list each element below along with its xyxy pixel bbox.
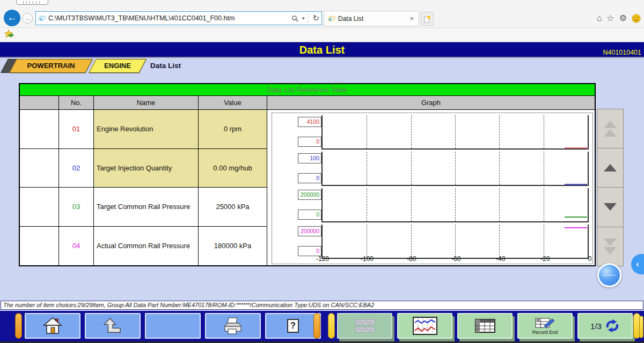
- dual-graph-view-button: [337, 313, 392, 339]
- graph-view-icon: [413, 317, 437, 335]
- axis-tick: -120: [316, 255, 329, 263]
- bottom-toolbar: ?: [0, 310, 644, 341]
- time-axis: -120 -100 -80 -60 -40 -20 0: [272, 255, 592, 264]
- smiley-feedback-icon[interactable]: [632, 14, 641, 23]
- plot-gridline: [544, 152, 544, 185]
- row-select-cell[interactable]: [20, 149, 59, 188]
- toolbar-blank-button[interactable]: [145, 313, 201, 339]
- row-name: Engine Revolution: [94, 110, 199, 149]
- row-name: Actual Common Rail Pressure: [94, 227, 199, 266]
- scale-min-input[interactable]: 0: [298, 173, 321, 183]
- add-favorite-icon[interactable]: [4, 29, 14, 39]
- header-no: No.: [59, 96, 94, 109]
- scale-max-input[interactable]: 200000: [298, 226, 321, 236]
- page-cycle-button[interactable]: 1/3: [577, 313, 633, 339]
- print-button[interactable]: [205, 313, 261, 339]
- mut3-data-list-screen: ← → e C:\MUT3TBSW\MUT3_TB\MENU\HTML\401C…: [0, 0, 644, 343]
- scale-max-input[interactable]: 4100: [298, 117, 321, 127]
- record-end-button[interactable]: Record End: [517, 313, 573, 339]
- double-up-icon: [604, 129, 617, 137]
- search-icon[interactable]: [291, 15, 298, 22]
- address-bar-controls: ▾ ↻: [291, 13, 319, 23]
- table-view-button[interactable]: [457, 313, 513, 339]
- search-dropdown-icon[interactable]: ▾: [302, 16, 305, 21]
- scale-min-input[interactable]: 0: [298, 137, 321, 147]
- table-header-row: No. Name Value Graph: [20, 96, 595, 110]
- scale-max-input[interactable]: 200000: [298, 190, 321, 200]
- back-up-button[interactable]: [85, 313, 141, 339]
- axis-tick: 0: [588, 255, 592, 263]
- left-group-cap: [15, 313, 22, 339]
- page-up-button[interactable]: [597, 109, 624, 148]
- page-indicator: 1/3: [590, 322, 602, 331]
- settings-gear-icon[interactable]: ⚙: [619, 12, 627, 24]
- svg-text:e: e: [329, 15, 332, 23]
- right-group-cap-left: [328, 313, 335, 339]
- browser-back-button[interactable]: ←: [4, 10, 20, 26]
- favorites-bar: [0, 28, 644, 41]
- scale-min-input[interactable]: 0: [298, 210, 321, 220]
- plot-gridline: [367, 152, 367, 185]
- breadcrumb-label: ENGINE: [93, 59, 142, 72]
- page-down-button[interactable]: [597, 227, 624, 267]
- favorites-star-icon[interactable]: ☆: [606, 12, 614, 24]
- plot-gridline: [455, 115, 456, 148]
- trace-line: [565, 147, 587, 148]
- scroll-down-button[interactable]: [597, 188, 624, 227]
- chevron-left-icon: ‹: [636, 259, 639, 269]
- help-question-icon: ?: [287, 319, 299, 333]
- graph-panel: 4100 0 100 0 200000 0: [272, 113, 593, 264]
- home-icon[interactable]: ⌂: [597, 12, 602, 24]
- help-button[interactable]: ?: [265, 313, 321, 339]
- window-grip-ticks: [23, 1, 41, 4]
- plot-gridline: [411, 188, 412, 221]
- plot-gridline: [499, 225, 500, 258]
- trace-line: [565, 227, 587, 228]
- row-select-cell[interactable]: [20, 227, 59, 266]
- trackpoint-sphere-button[interactable]: [597, 263, 621, 287]
- address-bar-url[interactable]: C:\MUT3TBSW\MUT3_TB\MENU\HTML\401CC0401_…: [48, 14, 291, 22]
- side-panel-chevron-button[interactable]: ‹: [631, 254, 644, 274]
- browser-tab-data-list[interactable]: e Data List ×: [324, 11, 419, 26]
- row-value: 25000 kPa: [199, 188, 267, 227]
- breadcrumb-tab-powertrain[interactable]: POWERTRAIN: [9, 59, 93, 73]
- ie-page-icon: e: [38, 14, 46, 22]
- trace-line: [565, 217, 587, 218]
- browser-chrome: ← → e C:\MUT3TBSW\MUT3_TB\MENU\HTML\401C…: [0, 0, 644, 42]
- row-select-cell[interactable]: [20, 110, 59, 149]
- address-bar[interactable]: e C:\MUT3TBSW\MUT3_TB\MENU\HTML\401CC040…: [35, 11, 322, 25]
- ie-logo-icon: e: [327, 14, 335, 23]
- cycle-refresh-icon: [605, 319, 620, 333]
- tab-close-icon[interactable]: ×: [408, 14, 415, 23]
- background-window-fragment: [16, 0, 48, 5]
- scale-max-input[interactable]: 100: [298, 153, 321, 163]
- browser-action-icons: ⌂ ☆ ⚙: [597, 12, 641, 24]
- refresh-icon[interactable]: ↻: [312, 13, 319, 23]
- mini-plot: [321, 225, 589, 259]
- plot-gridline: [367, 188, 367, 221]
- header-select-column: [20, 96, 59, 109]
- new-tab-button[interactable]: [421, 12, 434, 26]
- graph-view-button[interactable]: [397, 313, 452, 339]
- table-view-icon: [474, 318, 496, 333]
- page-title: Data List: [0, 44, 644, 56]
- mini-plot: [321, 115, 589, 150]
- header-value: Value: [199, 96, 267, 109]
- tab-title: Data List: [338, 15, 408, 23]
- scroll-up-button[interactable]: [597, 148, 624, 188]
- plot-gridline: [455, 152, 456, 185]
- plot-gridline: [499, 152, 500, 185]
- plot-gridline: [544, 188, 544, 221]
- plot-gridline: [499, 115, 500, 148]
- breadcrumb-tab-engine[interactable]: ENGINE: [89, 59, 147, 73]
- browser-forward-button[interactable]: →: [22, 13, 33, 24]
- row-select-cell[interactable]: [20, 188, 59, 227]
- header-graph: Graph: [267, 96, 595, 109]
- table-title: Data List Reference Table: [20, 84, 595, 96]
- home-menu-button[interactable]: [25, 313, 80, 339]
- plot-gridline: [544, 115, 544, 148]
- row-value: 180000 kPa: [199, 227, 267, 266]
- home-house-icon: [43, 317, 62, 335]
- plot-gridline: [455, 188, 456, 221]
- axis-tick: -40: [496, 255, 505, 263]
